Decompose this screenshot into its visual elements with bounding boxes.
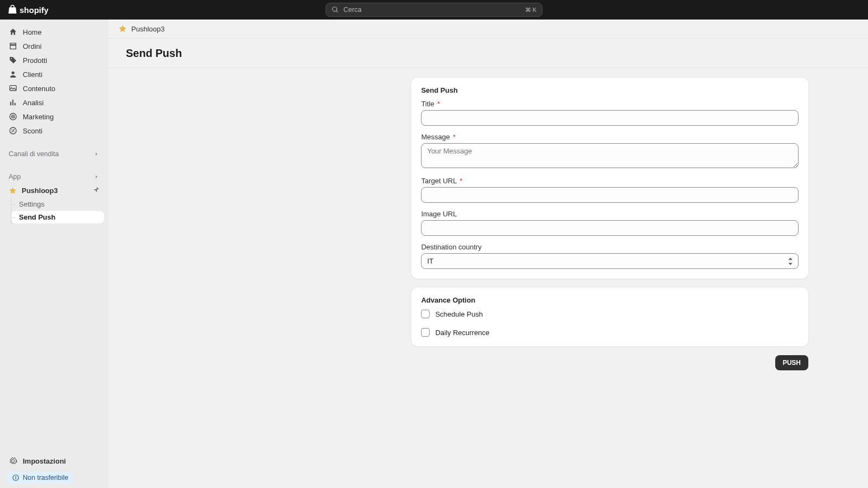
subnav-label: Settings — [19, 200, 44, 208]
sidebar-app-pushloop[interactable]: Pushloop3 — [4, 183, 104, 197]
customers-icon — [9, 70, 17, 79]
sidebar-item-label: Contenuto — [23, 85, 55, 93]
non-transferable-pill[interactable]: Non trasferibile — [7, 472, 74, 484]
sidebar-item-label: Sconti — [23, 127, 42, 135]
option-daily-recurrence: Daily Recurrence — [421, 328, 799, 337]
brand-name: shopify — [20, 5, 48, 15]
subnav-item-settings[interactable]: Settings — [11, 198, 104, 210]
discounts-icon — [9, 126, 17, 135]
field-image-url: Image URL — [421, 210, 799, 236]
pin-icon — [93, 186, 100, 193]
label-text: Title — [421, 100, 434, 108]
sidebar-item-content[interactable]: Contenuto — [4, 81, 104, 95]
sidebar-section-apps[interactable]: App — [4, 170, 104, 183]
sidebar-item-discounts[interactable]: Sconti — [4, 124, 104, 138]
field-label: Image URL — [421, 210, 799, 218]
image-url-input[interactable] — [421, 220, 799, 236]
global-search[interactable]: Cerca ⌘ K — [326, 3, 542, 17]
field-target-url: Target URL * — [421, 177, 799, 203]
app-subnav: Settings Send Push — [11, 197, 104, 224]
field-destination-country: Destination country IT — [421, 243, 799, 269]
card-title: Advance Option — [421, 296, 799, 304]
search-shortcut: ⌘ K — [525, 7, 537, 14]
sidebar-item-home[interactable]: Home — [4, 25, 104, 39]
sidebar-item-analytics[interactable]: Analisi — [4, 95, 104, 110]
app-icon — [9, 187, 17, 195]
message-textarea[interactable] — [421, 143, 799, 168]
settings-label: Impostazioni — [23, 457, 66, 465]
app-name: Pushloop3 — [22, 187, 58, 195]
sidebar-item-label: Clienti — [23, 70, 42, 79]
sidebar: Home Ordini Prodotti Clienti Contenuto A… — [0, 20, 108, 488]
shopify-bag-icon — [8, 5, 17, 15]
sidebar-item-products[interactable]: Prodotti — [4, 53, 104, 67]
sidebar-item-settings[interactable]: Impostazioni — [4, 453, 104, 468]
section-label: App — [9, 173, 21, 181]
search-placeholder: Cerca — [343, 6, 525, 14]
brand-logo[interactable]: shopify — [8, 5, 48, 15]
search-icon — [331, 6, 339, 14]
sidebar-item-customers[interactable]: Clienti — [4, 67, 104, 81]
subnav-item-send-push[interactable]: Send Push — [11, 211, 104, 223]
title-input[interactable] — [421, 110, 799, 126]
svg-point-7 — [11, 129, 12, 130]
checkbox-label: Schedule Push — [435, 310, 482, 318]
label-text: Image URL — [421, 210, 457, 218]
chevron-right-icon — [93, 151, 100, 157]
chevron-right-icon — [93, 174, 100, 180]
field-label: Destination country — [421, 243, 799, 251]
section-label: Canali di vendita — [9, 150, 59, 158]
sidebar-section-sales-channels[interactable]: Canali di vendita — [4, 147, 104, 160]
form-actions: PUSH — [411, 355, 808, 370]
field-label: Title * — [421, 100, 799, 108]
sidebar-item-label: Ordini — [23, 42, 42, 50]
products-icon — [9, 56, 17, 65]
main-content: Pushloop3 Send Push Send Push Title * — [108, 20, 868, 488]
breadcrumb: Pushloop3 — [108, 20, 868, 38]
pin-button[interactable] — [93, 186, 100, 195]
search-wrap: Cerca ⌘ K — [326, 3, 542, 17]
target-url-input[interactable] — [421, 187, 799, 203]
sidebar-item-label: Analisi — [23, 99, 43, 107]
country-select[interactable]: IT — [421, 253, 799, 269]
sidebar-item-label: Prodotti — [23, 56, 47, 65]
home-icon — [9, 28, 17, 36]
info-icon — [12, 474, 20, 481]
label-text: Message — [421, 133, 450, 141]
subnav-label: Send Push — [19, 213, 55, 221]
pill-label: Non trasferibile — [23, 474, 68, 481]
push-button[interactable]: PUSH — [775, 355, 808, 370]
page-title: Send Push — [108, 38, 868, 68]
label-text: Target URL — [421, 177, 456, 185]
required-marker: * — [459, 177, 462, 185]
sidebar-item-marketing[interactable]: Marketing — [4, 110, 104, 124]
svg-point-1 — [11, 72, 14, 74]
field-title: Title * — [421, 100, 799, 126]
primary-nav: Home Ordini Prodotti Clienti Contenuto A… — [4, 25, 104, 138]
orders-icon — [9, 42, 17, 50]
top-bar: shopify Cerca ⌘ K — [0, 0, 868, 20]
card-title: Send Push — [421, 86, 799, 94]
checkbox-label: Daily Recurrence — [435, 329, 489, 337]
sidebar-item-orders[interactable]: Ordini — [4, 39, 104, 53]
required-marker: * — [453, 133, 456, 141]
sidebar-item-label: Home — [23, 28, 42, 36]
label-text: Destination country — [421, 243, 481, 251]
gear-icon — [9, 457, 17, 465]
field-message: Message * — [421, 133, 799, 170]
page-body: Send Push Title * Message * — [108, 68, 868, 392]
field-label: Message * — [421, 133, 799, 141]
daily-recurrence-checkbox[interactable] — [421, 328, 430, 337]
marketing-icon — [9, 112, 17, 121]
schedule-push-checkbox[interactable] — [421, 310, 430, 318]
card-send-push: Send Push Title * Message * — [411, 78, 808, 279]
field-label: Target URL * — [421, 177, 799, 185]
svg-point-0 — [11, 58, 12, 59]
app-icon — [118, 24, 127, 33]
sidebar-item-label: Marketing — [23, 113, 54, 121]
option-schedule-push: Schedule Push — [421, 310, 799, 318]
sidebar-footer: Impostazioni Non trasferibile — [4, 450, 104, 488]
analytics-icon — [9, 98, 17, 107]
svg-point-8 — [14, 131, 15, 132]
breadcrumb-app[interactable]: Pushloop3 — [131, 25, 164, 33]
